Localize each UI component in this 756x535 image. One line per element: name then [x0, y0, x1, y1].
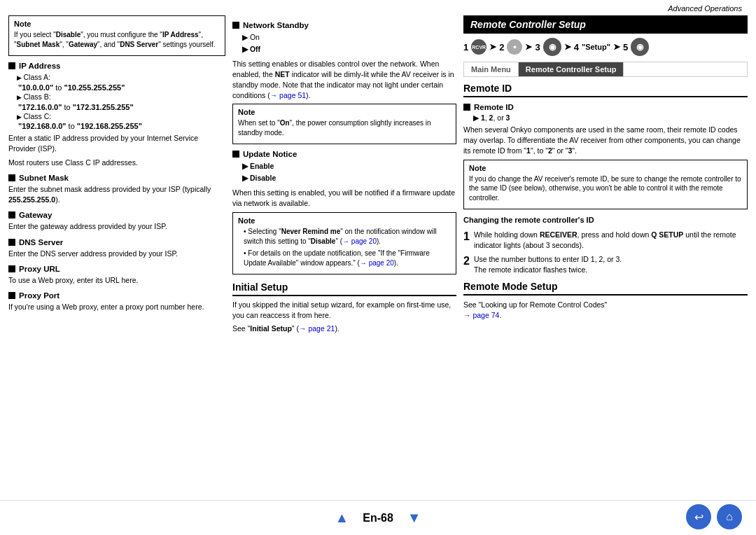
gateway-header: Gateway [8, 211, 225, 219]
network-standby-link[interactable]: → page 51 [270, 91, 306, 99]
initial-setup-title: Initial Setup [232, 282, 456, 296]
update-notice-description: When this setting is enabled, you will b… [232, 188, 456, 209]
network-standby-off: ▶ Off [232, 43, 456, 55]
dns-server-icon [8, 239, 15, 246]
gateway-icon [8, 211, 15, 218]
proxy-url-icon [8, 265, 15, 272]
changing-id-step1: 1 While holding down RECEIVER, press and… [463, 230, 748, 250]
initial-setup-link[interactable]: → page 21 [299, 324, 335, 333]
prev-page-arrow[interactable]: ▲ [335, 510, 349, 526]
ip-address-header: IP Address [8, 62, 225, 70]
step-1-btn: RCVR [471, 39, 486, 55]
dns-server-header: DNS Server [8, 238, 225, 246]
update-notice-icon [232, 151, 239, 158]
gateway-description: Enter the gateway address provided by yo… [8, 221, 225, 232]
network-standby-description: This setting enables or disables control… [232, 59, 456, 102]
arrow-3: ➤ [564, 42, 571, 52]
ip-class-a-label: Class A: [8, 72, 225, 83]
remote-mode-description: See "Looking up for Remote Control Codes… [463, 300, 748, 321]
steps-row: 1 RCVR ➤ 2 ● ➤ 3 ◉ ➤ 4 "Setup" ➤ 5 ◉ [463, 38, 748, 56]
right-column: Remote Controller Setup 1 RCVR ➤ 2 ● ➤ 3… [463, 15, 748, 337]
bottom-right-buttons: ↩ ⌂ [686, 504, 742, 529]
left-column: Note If you select "Disable", you must c… [8, 15, 225, 337]
ip-class-c-label: Class C: [8, 111, 225, 123]
page-number: En-68 [363, 512, 393, 524]
step-5-num: 5 [623, 42, 628, 53]
subnet-mask-description: Enter the subnet mask address provided b… [8, 184, 225, 205]
step2-number: 2 [463, 254, 470, 275]
changing-id-title: Changing the remote controller's ID [463, 215, 748, 226]
subnet-mask-header: Subnet Mask [8, 174, 225, 182]
initial-setup-description: If you skipped the initial setup wizard,… [232, 300, 456, 321]
note-bullet2: For details on the update notification, … [238, 249, 451, 268]
network-standby-icon [232, 22, 239, 29]
note-text-middle: When set to "On", the power consumption … [238, 118, 451, 137]
ip-note: Most routers use Class C IP addresses. [8, 158, 225, 168]
nav-remote-controller-setup[interactable]: Remote Controller Setup [519, 62, 624, 76]
step-3-num: 3 [535, 42, 540, 53]
arrow-1: ➤ [489, 42, 496, 52]
dns-server-description: Enter the DNS server address provided by… [8, 249, 225, 259]
network-standby-on: ▶ On [232, 32, 456, 43]
nav-bar: Main Menu Remote Controller Setup [463, 62, 748, 77]
step-4-label: "Setup" [582, 43, 610, 51]
back-button[interactable]: ↩ [686, 504, 711, 529]
network-standby-header: Network Standby [232, 21, 456, 29]
remote-id-description: When several Onkyo components are used i… [463, 125, 748, 157]
step-4-num: 4 [574, 42, 579, 53]
proxy-url-header: Proxy URL [8, 265, 225, 273]
note-text-right: If you do change the AV receiver's remot… [469, 174, 742, 203]
remote-id-title: Remote ID [463, 83, 748, 97]
arrow-2: ➤ [525, 42, 532, 52]
note-link-1[interactable]: → page 20 [342, 237, 377, 245]
step-2-num: 2 [499, 42, 504, 53]
next-page-arrow[interactable]: ▼ [407, 510, 421, 526]
note-link-2[interactable]: → page 20 [360, 259, 394, 267]
remote-id-header: Remote ID [463, 103, 748, 111]
step-3-btn: ◉ [543, 38, 561, 56]
note-title-left: Note [14, 20, 220, 28]
note-box-right: Note If you do change the AV receiver's … [463, 160, 748, 210]
proxy-port-header: Proxy Port [8, 291, 225, 300]
remote-mode-title: Remote Mode Setup [463, 281, 748, 296]
step2-sub: The remote indicator flashes twice. [474, 265, 587, 274]
note-box-middle2: Note Selecting "Never Remind me" on the … [232, 212, 456, 275]
home-button[interactable]: ⌂ [717, 504, 742, 529]
middle-column: Network Standby ▶ On ▶ Off This setting … [232, 15, 456, 337]
step1-content: While holding down RECEIVER, press and h… [474, 230, 748, 250]
changing-id-step2: 2 Use the number buttons to enter ID 1, … [463, 254, 748, 275]
remote-mode-link[interactable]: → page 74 [463, 311, 499, 319]
page-indicator: ▲ En-68 ▼ [335, 510, 421, 526]
note-bullet1: Selecting "Never Remind me" on the notif… [238, 227, 451, 246]
initial-setup-see: See "Initial Setup" (→ page 21). [232, 324, 456, 334]
back-icon: ↩ [694, 510, 704, 524]
nav-main-menu[interactable]: Main Menu [464, 62, 519, 76]
ip-class-b-range: "172.16.0.0" to "172.31.255.255" [8, 103, 225, 111]
ip-description: Enter a static IP address provided by yo… [8, 133, 225, 154]
arrow-4: ➤ [613, 42, 620, 52]
proxy-port-description: If you're using a Web proxy, enter a pro… [8, 302, 225, 312]
step-2-btn: ● [507, 39, 522, 55]
proxy-port-icon [8, 292, 15, 299]
advanced-operations-label: Advanced Operations [668, 4, 742, 13]
update-notice-header: Update Notice [232, 150, 456, 158]
ip-class-c-range: "192.168.0.0" to "192.168.255.255" [8, 122, 225, 130]
remote-id-options: ▶ 1, 2, or 3 [463, 113, 748, 122]
ip-class-b-label: Class B: [8, 92, 225, 103]
remote-id-icon [463, 104, 470, 111]
rc-header: Remote Controller Setup [463, 15, 748, 34]
step1-number: 1 [463, 230, 470, 250]
home-icon: ⌂ [726, 510, 733, 523]
step-5-btn: ◉ [631, 38, 649, 56]
ip-class-a-range: "10.0.0.0" to "10.255.255.255" [8, 83, 225, 92]
update-notice-enable: ▶ Enable [232, 160, 456, 172]
note-text-left: If you select "Disable", you must config… [14, 30, 220, 49]
note-box-middle: Note When set to "On", the power consump… [232, 104, 456, 144]
subnet-mask-icon [8, 174, 15, 181]
step2-content: Use the number buttons to enter ID 1, 2,… [474, 254, 622, 275]
bottom-nav: ▲ En-68 ▼ [0, 500, 756, 535]
proxy-url-description: To use a Web proxy, enter its URL here. [8, 275, 225, 286]
note-box-left: Note If you select "Disable", you must c… [8, 15, 225, 56]
ip-address-icon [8, 62, 15, 69]
step-1-num: 1 [463, 42, 468, 53]
